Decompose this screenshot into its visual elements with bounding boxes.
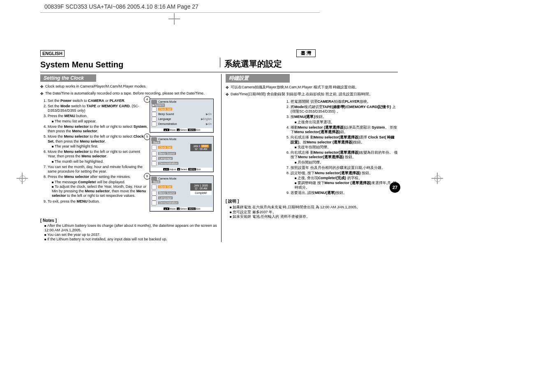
english-column: Setting the Clock ✤Clock setup works in … xyxy=(40,74,221,242)
osd-footer-4: ▲▼Move ●Select MENUExit xyxy=(151,128,212,131)
osd-clockset: Clock Set xyxy=(158,146,172,149)
camera-icon xyxy=(151,177,157,181)
intro-tw-1: 可以在Camera拍攝及Player放映,M.Cam,M.Player 模式下使… xyxy=(231,85,359,89)
step-en-6-sub: The month will be highlighted. xyxy=(52,159,148,164)
section-heading-tw: 時鐘設置 xyxy=(226,74,290,83)
step-tw-7: 按照設置年 份及月份相同的步驟來設置日期,小時及分鐘。 xyxy=(291,166,398,170)
osd-clockset: Clock Set xyxy=(158,185,172,188)
osd-date-panel: JAN 1 2005 12 : 00 AM xyxy=(190,144,212,151)
bullet-icon: ✤ xyxy=(40,85,44,89)
osd-back-row: Back xyxy=(152,141,161,144)
osd-footer-5: ▲▼Adjust ●Select MENUExit xyxy=(151,168,212,171)
osd-demo: Demonstration xyxy=(158,122,177,125)
clock-icon xyxy=(152,107,157,112)
lang-badge-en: ENGLISH xyxy=(40,50,65,57)
osd-screen-8: Camera Mode Back Clock Set JAN 1 2005 12… xyxy=(150,175,214,212)
step-tw-1: 把電源開關 切至CAMERA拍攝或PLAYER放映。 xyxy=(291,99,398,104)
osd-system-row: ▶System xyxy=(152,104,165,107)
step-tw-6: 向右或左移 動Menu selector(選單選擇器)改變為目前的年份。 後按下… xyxy=(291,150,398,165)
step-en-8-sub2: To adjust the clock, select the Year, Mo… xyxy=(52,184,148,198)
note-tw-1: 如果鋰電池 在六個月內未充電 時,日期/時間會出現 為 12:00 AM JAN… xyxy=(230,205,398,210)
step-en-8: Press the Menu selector after setting th… xyxy=(48,175,148,198)
rule-line xyxy=(40,72,398,72)
content-area: 臺 灣 ENGLISH System Menu Setting 系統選單的設定 … xyxy=(40,49,398,242)
osd-lang-val: ▶English xyxy=(201,118,212,121)
note-en-3: If the Lithium battery is not installed,… xyxy=(44,237,219,242)
notes-heading-tw: [ 說明 ] xyxy=(226,198,398,204)
figure-8: 8 Camera Mode Back Clock Set JAN 1 2005 xyxy=(150,175,219,212)
figure-5: 5 Camera Mode Back Clock Set JAN 1 2005 xyxy=(150,136,219,172)
osd-beep-val: ▶On xyxy=(206,113,212,116)
sound-icon xyxy=(152,191,157,196)
camera-icon xyxy=(151,137,157,141)
osd-back-row: Back xyxy=(152,180,161,183)
osd-screen-5: Camera Mode Back Clock Set JAN 1 2005 12… xyxy=(150,136,214,172)
note-en-1: After the Lithium battery loses its char… xyxy=(44,224,219,233)
registration-mark-left xyxy=(16,173,28,184)
clock-icon xyxy=(152,184,157,189)
sound-icon xyxy=(152,112,157,117)
globe-icon xyxy=(152,117,157,122)
step-tw-4: 移動Menu selector (選單選擇器)以便高亮度顯示 System。 並… xyxy=(291,125,398,135)
gear-icon xyxy=(152,201,157,205)
steps-en: Set the Power switch to CAMERA or PLAYER… xyxy=(40,99,148,204)
step-tw-5-sub: 先從年份開始閃爍。 xyxy=(295,145,398,150)
step-en-5-sub: The year will highlight first. xyxy=(52,144,148,149)
osd-lang: Language xyxy=(158,118,171,120)
step-tw-8-sub1: 之後, 會出現Complete!(完成) 的字樣。 xyxy=(295,176,398,180)
note-tw-2: 您可設定至 最多2037 年。 xyxy=(230,210,398,214)
osd-screen-4: Camera Mode ▶System Clock Set Beep Sound… xyxy=(150,99,214,133)
step-tw-9: 若要退出, 請按MENU(選單)按鈕。 xyxy=(291,191,398,195)
title-en: System Menu Setting xyxy=(40,60,217,69)
notes-tw: 如果鋰電池 在六個月內未充電 時,日期/時間會出現 為 12:00 AM JAN… xyxy=(226,205,398,219)
sound-icon xyxy=(152,151,157,156)
osd-footer-8: ▲▼Move ●Select MENUExit xyxy=(151,207,212,210)
osd-clockset: Clock Set xyxy=(158,108,172,111)
camera-icon xyxy=(151,100,157,104)
step-tw-3: 按MENU(選單)按鈕。 之後會出現選單選項。 xyxy=(291,115,398,125)
gear-icon xyxy=(152,161,157,166)
gear-icon xyxy=(152,122,157,127)
osd-complete: Complete! xyxy=(190,191,212,195)
running-header: 00839F SCD353 USA+TAI~086 2005.4.10 8:16… xyxy=(44,3,199,10)
osd-title: Camera Mode xyxy=(151,177,212,180)
step-tw-2: 將Mode模式鍵切至TAPE(錄影帶)或MEMORY CARD(記憶卡) 上(僅… xyxy=(291,105,398,114)
page-number-badge: 27 xyxy=(390,182,400,193)
step-tw-3-sub: 之後會出現選單選項。 xyxy=(295,120,398,125)
step-tw-8: 設定秒後, 按下Menu selector(選單選擇器) 按鈕。 之後, 會出現… xyxy=(291,171,398,190)
title-tw: 系統選單的設定 xyxy=(224,58,398,69)
section-heading-en: Setting the Clock xyxy=(40,74,96,82)
runhead-underline xyxy=(40,12,320,13)
runhead-text: 00839F SCD353 USA+TAI~086 2005.4.10 8:16… xyxy=(44,3,199,10)
osd-demo-val: ▶On xyxy=(206,122,212,126)
step-en-3: Press the MENU button. The menu list wil… xyxy=(48,114,148,124)
intro-en-2: The Date/Time is automatically recorded … xyxy=(45,91,205,95)
chinese-column: 時鐘設置 ✤可以在Camera拍攝及Player放映,M.Cam,M.Playe… xyxy=(222,74,398,242)
osd-beep: Beep Sound xyxy=(158,113,174,115)
page: 00839F SCD353 USA+TAI~086 2005.4.10 8:16… xyxy=(0,0,554,392)
bullet-icon: ✤ xyxy=(226,85,229,90)
step-en-5: Move the Menu selector to the left or ri… xyxy=(48,134,148,149)
globe-icon xyxy=(152,196,157,201)
crop-mark-top xyxy=(169,13,180,25)
step-en-1: Set the Power switch to CAMERA or PLAYER… xyxy=(48,99,148,103)
notes-en: After the Lithium battery loses its char… xyxy=(40,224,219,242)
step-en-9: To exit, press the MENU button. xyxy=(48,199,148,204)
osd-title: Camera Mode xyxy=(151,137,212,141)
note-en-2: You can set the year up to 2037. xyxy=(44,233,219,237)
step-en-4: Move the Menu selector to the left or ri… xyxy=(48,125,148,134)
clock-icon xyxy=(152,145,157,150)
step-en-7: You can set the month, day, hour and min… xyxy=(48,165,148,174)
globe-icon xyxy=(152,156,157,161)
step-en-2: Set the Mode switch to TAPE or MEMORY CA… xyxy=(48,104,148,113)
steps-tw: 把電源開關 切至CAMERA拍攝或PLAYER放映。 將Mode模式鍵切至TAP… xyxy=(283,99,398,196)
figures-column: 4 Camera Mode ▶System Clock Set Beep Sou… xyxy=(148,99,219,215)
step-tw-6-sub: 月份開始閃爍。 xyxy=(295,160,398,165)
step-en-3-sub: The menu list will appear. xyxy=(52,119,148,124)
bullet-icon: ✤ xyxy=(226,92,229,97)
notes-heading-en: [ Notes ] xyxy=(40,218,219,223)
lang-badge-tw: 臺 灣 xyxy=(296,49,316,57)
step-en-6: Move the Menu selector to the left or ri… xyxy=(48,150,148,164)
step-tw-8-sub2: 要調整時鐘 按下Menu selector (選單選擇器)來選擇年,月, 日,時… xyxy=(295,181,398,190)
figure-4: 4 Camera Mode ▶System Clock Set Beep Sou… xyxy=(150,99,219,133)
